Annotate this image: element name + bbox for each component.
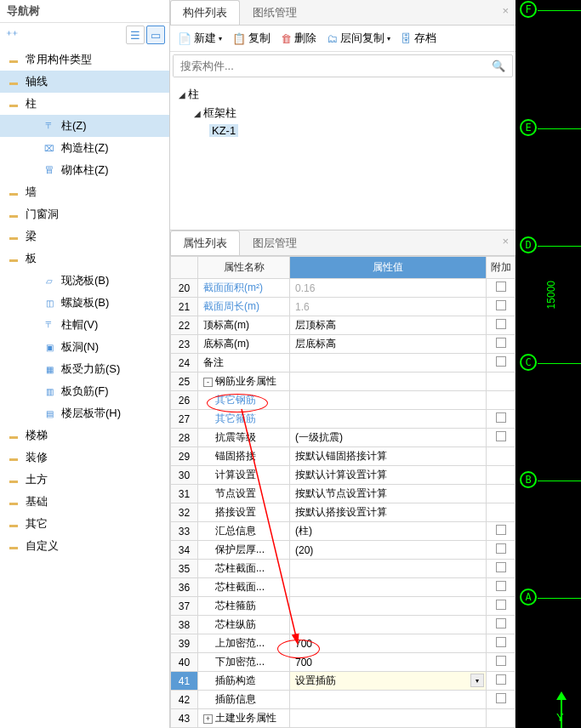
property-row[interactable]: 28抗震等级(一级抗震) [171, 429, 515, 447]
property-value[interactable]: 700 [290, 634, 487, 653]
checkbox[interactable] [496, 412, 506, 423]
tree-item-spiral-slab[interactable]: ◫螺旋板(B) [0, 292, 169, 314]
tree-folder[interactable]: ▬其它 [0, 513, 169, 535]
expand-icon[interactable]: + [203, 714, 213, 724]
property-row[interactable]: 29锚固搭接按默认锚固搭接计算 [171, 447, 515, 466]
property-row[interactable]: 43+土建业务属性 [171, 709, 515, 728]
checkbox[interactable] [496, 581, 506, 591]
property-value[interactable] [290, 391, 487, 410]
tree-item-slabhole[interactable]: ▣板洞(N) [0, 336, 169, 358]
property-value[interactable]: 层顶标高 [290, 316, 487, 335]
property-value[interactable]: 按默认锚固搭接计算 [290, 447, 487, 466]
tree-folder[interactable]: ▬楼梯 [0, 424, 169, 446]
comp-leaf[interactable]: KZ-1 [179, 122, 507, 139]
property-value[interactable]: (柱) [290, 522, 487, 541]
search-icon[interactable]: 🔍 [485, 56, 512, 76]
property-row[interactable]: 36芯柱截面... [171, 578, 515, 597]
addon-cell[interactable] [487, 560, 515, 578]
copy-button[interactable]: 📋复制 [227, 28, 276, 48]
property-value[interactable] [290, 410, 487, 429]
property-row[interactable]: 42插筋信息 [171, 691, 515, 709]
addon-cell[interactable] [487, 541, 515, 560]
property-value[interactable]: 设置插筋▾ [290, 672, 487, 691]
addon-cell[interactable] [487, 709, 515, 728]
addon-cell[interactable] [487, 634, 515, 653]
tab-drawing-mgmt[interactable]: 图纸管理 [240, 0, 310, 25]
tree-folder[interactable]: ▬常用构件类型 [0, 48, 169, 71]
tree-item-slab[interactable]: ▱现浇板(B) [0, 270, 169, 292]
addon-cell[interactable] [487, 672, 515, 691]
tree-folder[interactable]: ▬基础 [0, 491, 169, 513]
addon-cell[interactable] [487, 279, 515, 298]
property-value[interactable]: (20) [290, 541, 487, 560]
addon-cell[interactable] [487, 354, 515, 373]
cad-viewport[interactable]: F E D C B A 15000 Y [515, 0, 581, 728]
tree-folder[interactable]: ▬自定义 [0, 535, 169, 557]
tree-folder[interactable]: ▬门窗洞 [0, 203, 169, 225]
expand-icon[interactable]: - [203, 378, 213, 387]
property-row[interactable]: 41插筋构造设置插筋▾ [171, 672, 515, 691]
view-list-icon[interactable]: ☰ [126, 26, 145, 44]
tab-layer-mgmt[interactable]: 图层管理 [240, 230, 310, 255]
tree-item-band[interactable]: ▤楼层板带(H) [0, 402, 169, 424]
addon-cell[interactable] [487, 391, 515, 410]
property-value[interactable] [290, 709, 487, 728]
checkbox[interactable] [496, 525, 506, 535]
delete-button[interactable]: 🗑删除 [276, 28, 322, 48]
addon-cell[interactable] [487, 298, 515, 316]
addon-cell[interactable] [487, 691, 515, 709]
property-value[interactable]: 按默认搭接设置计算 [290, 503, 487, 522]
property-value[interactable] [290, 597, 487, 616]
checkbox[interactable] [496, 562, 506, 572]
add-icon[interactable]: ⁺⁺ [4, 26, 20, 43]
tree-folder[interactable]: ▬墙 [0, 181, 169, 203]
tree-folder[interactable]: ▬轴线 [0, 71, 169, 93]
checkbox[interactable] [496, 618, 506, 628]
archive-button[interactable]: 🗄存档 [396, 28, 441, 48]
addon-cell[interactable] [487, 503, 515, 522]
checkbox[interactable] [496, 282, 506, 292]
tree-item-rebar[interactable]: ▦板受力筋(S) [0, 358, 169, 380]
checkbox[interactable] [496, 319, 506, 329]
property-value[interactable] [290, 616, 487, 634]
tree-folder[interactable]: ▬梁 [0, 225, 169, 247]
property-row[interactable]: 24备注 [171, 354, 515, 373]
close-icon[interactable]: × [495, 0, 515, 25]
checkbox[interactable] [496, 656, 506, 666]
addon-cell[interactable] [487, 429, 515, 447]
addon-cell[interactable] [487, 653, 515, 672]
property-row[interactable]: 38芯柱纵筋 [171, 616, 515, 634]
checkbox[interactable] [496, 674, 506, 685]
property-row[interactable]: 30计算设置按默认计算设置计算 [171, 466, 515, 485]
dropdown-icon[interactable]: ▾ [470, 674, 484, 687]
addon-cell[interactable] [487, 485, 515, 503]
property-value[interactable]: 按默认计算设置计算 [290, 466, 487, 485]
property-value[interactable] [290, 354, 487, 373]
tree-item-negbar[interactable]: ▥板负筋(F) [0, 380, 169, 402]
tree-item-constr-z[interactable]: ⌧构造柱(Z) [0, 137, 169, 159]
property-row[interactable]: 35芯柱截面... [171, 560, 515, 578]
property-row[interactable]: 20截面面积(m²)0.16 [171, 279, 515, 298]
checkbox[interactable] [496, 431, 506, 441]
property-value[interactable]: 700 [290, 653, 487, 672]
tree-folder[interactable]: ▬装修 [0, 446, 169, 469]
checkbox[interactable] [496, 300, 506, 310]
view-card-icon[interactable]: ▭ [146, 26, 165, 44]
property-value[interactable]: 层底标高 [290, 335, 487, 354]
addon-cell[interactable] [487, 335, 515, 354]
property-value[interactable]: 1.6 [290, 298, 487, 316]
property-value[interactable]: 0.16 [290, 279, 487, 298]
addon-cell[interactable] [487, 597, 515, 616]
tab-prop-list[interactable]: 属性列表 [170, 230, 240, 255]
new-button[interactable]: 📄新建▾ [173, 28, 227, 48]
property-row[interactable]: 25-钢筋业务属性 [171, 373, 515, 391]
search-input[interactable] [174, 55, 485, 77]
checkbox[interactable] [496, 543, 506, 554]
property-value[interactable] [290, 578, 487, 597]
property-row[interactable]: 26其它钢筋 [171, 391, 515, 410]
tree-item-masonry-z[interactable]: 冒砌体柱(Z) [0, 159, 169, 181]
property-row[interactable]: 23底标高(m)层底标高 [171, 335, 515, 354]
checkbox[interactable] [496, 693, 506, 703]
property-value[interactable]: (一级抗震) [290, 429, 487, 447]
tree-folder[interactable]: ▬土方 [0, 469, 169, 491]
